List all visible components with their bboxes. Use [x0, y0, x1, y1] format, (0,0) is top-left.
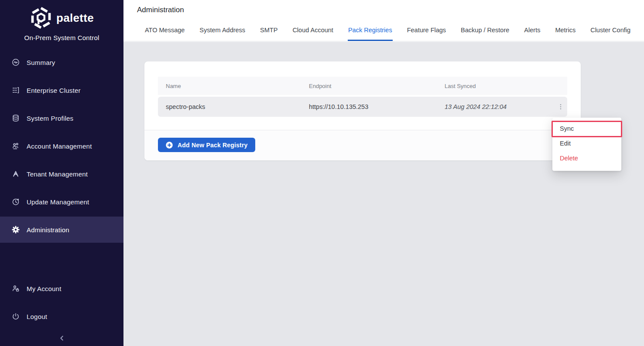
sidebar-item-label: Tenant Management — [27, 170, 88, 178]
table-row[interactable]: spectro-packs https://10.10.135.253 13 A… — [158, 97, 567, 117]
tab-ato-message[interactable]: ATO Message — [144, 22, 185, 41]
sidebar-item-label: Update Management — [27, 198, 89, 206]
sidebar-item-label: Summary — [27, 59, 55, 66]
cell-endpoint: https://10.10.135.253 — [301, 103, 437, 110]
gear-icon — [11, 225, 20, 234]
sidebar-item-label: Enterprise Cluster — [27, 87, 81, 94]
tab-metrics[interactable]: Metrics — [555, 22, 576, 41]
sidebar-item-label: Logout — [27, 313, 47, 320]
page-title: Administration — [137, 6, 184, 14]
tenant-icon — [11, 170, 20, 178]
main-area: Administration ATO Message System Addres… — [123, 0, 644, 346]
column-header-name: Name — [158, 83, 301, 89]
column-header-last-synced: Last Synced — [437, 83, 554, 89]
power-icon — [11, 312, 20, 321]
sidebar-nav: Summary Enterprise Cluster System Profil… — [0, 48, 123, 330]
tab-backup-restore[interactable]: Backup / Restore — [460, 22, 510, 41]
row-context-menu: Sync Edit Delete — [552, 118, 621, 171]
tab-alerts[interactable]: Alerts — [524, 22, 541, 41]
history-icon — [11, 197, 20, 206]
brand: palette — [0, 4, 123, 31]
sidebar-header: palette On-Prem System Control — [0, 0, 123, 44]
sidebar-item-enterprise-cluster[interactable]: Enterprise Cluster — [0, 76, 123, 104]
database-icon — [11, 114, 20, 122]
column-header-endpoint: Endpoint — [301, 83, 437, 89]
tab-system-address[interactable]: System Address — [199, 22, 246, 41]
plus-circle-icon — [165, 141, 173, 149]
palette-logo-icon — [30, 7, 52, 29]
app-root: palette On-Prem System Control Summary E… — [0, 0, 644, 346]
sidebar: palette On-Prem System Control Summary E… — [0, 0, 123, 346]
cluster-icon — [11, 86, 20, 95]
menu-item-edit[interactable]: Edit — [552, 136, 621, 151]
users-icon — [11, 142, 20, 150]
sidebar-item-administration[interactable]: Administration — [0, 217, 123, 243]
menu-item-sync[interactable]: Sync — [552, 121, 621, 136]
table-header-row: Name Endpoint Last Synced — [158, 77, 567, 95]
sidebar-subtitle: On-Prem System Control — [0, 34, 123, 41]
tab-cloud-account[interactable]: Cloud Account — [292, 22, 334, 41]
sidebar-item-label: System Profiles — [27, 115, 73, 122]
sidebar-item-logout[interactable]: Logout — [0, 302, 123, 330]
add-pack-registry-button[interactable]: Add New Pack Registry — [158, 138, 255, 152]
tab-pack-registries[interactable]: Pack Registries — [348, 22, 393, 41]
content-area: Name Endpoint Last Synced spectro-packs … — [123, 42, 644, 346]
kebab-icon — [557, 103, 564, 110]
chevron-left-icon — [58, 334, 66, 342]
row-kebab-menu-button[interactable] — [554, 103, 567, 110]
sidebar-item-account-management[interactable]: Account Management — [0, 132, 123, 160]
sidebar-item-update-management[interactable]: Update Management — [0, 188, 123, 216]
brand-name: palette — [56, 11, 94, 25]
user-lock-icon — [11, 284, 20, 293]
sidebar-item-summary[interactable]: Summary — [0, 48, 123, 76]
sidebar-footer-nav: My Account Logout — [0, 275, 123, 330]
sidebar-item-label: Account Management — [27, 142, 92, 150]
sidebar-item-label: Administration — [27, 226, 69, 234]
cell-name: spectro-packs — [158, 103, 301, 110]
cell-last-synced: 13 Aug 2024 22:12:04 — [437, 103, 554, 110]
tab-bar: ATO Message System Address SMTP Cloud Ac… — [144, 22, 631, 41]
pack-registries-card: Name Endpoint Last Synced spectro-packs … — [144, 61, 581, 160]
sidebar-item-label: My Account — [27, 285, 62, 292]
card-footer: Add New Pack Registry — [144, 130, 581, 160]
sidebar-item-system-profiles[interactable]: System Profiles — [0, 104, 123, 132]
sidebar-item-my-account[interactable]: My Account — [0, 275, 123, 302]
activity-icon — [11, 58, 20, 67]
sidebar-item-tenant-management[interactable]: Tenant Management — [0, 160, 123, 188]
sidebar-collapse-button[interactable] — [0, 332, 123, 344]
topbar: Administration ATO Message System Addres… — [123, 0, 644, 41]
menu-item-delete[interactable]: Delete — [552, 151, 621, 166]
tab-smtp[interactable]: SMTP — [260, 22, 278, 41]
tab-feature-flags[interactable]: Feature Flags — [407, 22, 446, 41]
registries-table: Name Endpoint Last Synced spectro-packs … — [158, 77, 567, 117]
add-pack-registry-label: Add New Pack Registry — [178, 142, 248, 149]
tab-cluster-config[interactable]: Cluster Config — [590, 22, 631, 41]
